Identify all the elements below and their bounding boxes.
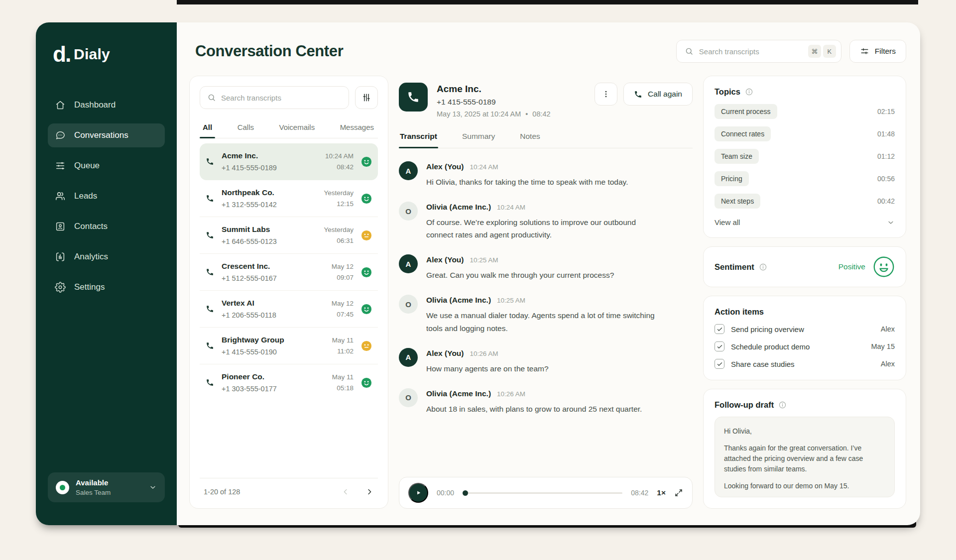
topic-time: 01:12	[877, 152, 895, 160]
play-button[interactable]	[408, 483, 428, 503]
conversation-rows: Acme Inc. +1 415-555-0189 10:24 AM 08:42…	[200, 143, 378, 478]
global-search-input[interactable]	[699, 47, 803, 56]
row-date: Yesterday	[324, 226, 354, 233]
avatar: O	[399, 295, 418, 314]
tab-voicemails[interactable]: Voicemails	[276, 119, 318, 138]
conversation-row[interactable]: Pioneer Co. +1 303-555-0177 May 11 05:18	[200, 364, 378, 401]
followup-draft-card: Follow-up draft Hi Olivia, Thanks again …	[703, 389, 906, 509]
phone-icon	[206, 194, 214, 203]
info-icon[interactable]	[745, 88, 753, 96]
pagination-prev-button[interactable]	[341, 487, 350, 496]
action-label: Send pricing overview	[731, 325, 804, 334]
conversation-row[interactable]: Crescent Inc. +1 512-555-0167 May 12 09:…	[200, 254, 378, 291]
tab-calls[interactable]: Calls	[235, 119, 257, 138]
row-date: May 11	[332, 373, 354, 381]
phone-icon	[634, 90, 642, 99]
transcript-search-input[interactable]	[221, 94, 342, 102]
filter-sliders-icon	[860, 47, 869, 56]
phone-icon	[206, 231, 214, 239]
conversation-row[interactable]: Northpeak Co. +1 312-555-0142 Yesterday …	[200, 180, 378, 217]
transcript-message: O Olivia (Acme Inc.) 10:24 AM Of course.…	[399, 202, 693, 241]
player-progress-track[interactable]	[463, 492, 622, 494]
sidebar-item-label: Dashboard	[74, 100, 116, 110]
expand-icon[interactable]	[674, 488, 683, 497]
checkbox-checked[interactable]	[715, 324, 724, 334]
info-icon[interactable]	[778, 401, 787, 409]
sentiment-positive-icon	[361, 377, 372, 388]
topic-chip[interactable]: Connect rates	[715, 126, 771, 141]
tab-messages[interactable]: Messages	[337, 119, 377, 138]
transcript-message: O Olivia (Acme Inc.) 10:26 AM About 18 i…	[399, 388, 693, 415]
sentiment-positive-icon	[361, 193, 372, 204]
checkbox-checked[interactable]	[715, 341, 724, 351]
conversation-row[interactable]: Summit Labs +1 646-555-0123 Yesterday 06…	[200, 217, 378, 254]
people-icon	[55, 191, 66, 202]
conversation-row[interactable]: Brightway Group +1 415-555-0190 May 11 1…	[200, 328, 378, 364]
list-filter-button[interactable]	[355, 86, 378, 109]
status-state: Available	[76, 478, 111, 487]
sidebar-item-conversations[interactable]: Conversations	[48, 123, 165, 147]
kebab-icon	[601, 90, 610, 99]
row-phone-number: +1 206-555-0118	[222, 311, 324, 319]
row-date: Yesterday	[324, 189, 354, 197]
more-options-button[interactable]	[595, 83, 617, 106]
call-again-button[interactable]: Call again	[623, 83, 693, 106]
draft-email-body[interactable]: Hi Olivia, Thanks again for the great co…	[715, 417, 895, 497]
topic-time: 02:15	[877, 108, 895, 115]
sidebar-item-leads[interactable]: Leads	[48, 184, 165, 208]
call-company: Acme Inc.	[437, 84, 586, 95]
topic-chip[interactable]: Pricing	[715, 171, 749, 186]
transcript-message: O Olivia (Acme Inc.) 10:25 AM We use a m…	[399, 295, 693, 334]
topic-row: Next steps 00:42	[715, 194, 895, 209]
tab-transcript[interactable]: Transcript	[399, 132, 438, 148]
action-assignee: Alex	[881, 360, 895, 368]
row-phone-number: +1 415-555-0189	[222, 164, 318, 172]
conversation-row[interactable]: Acme Inc. +1 415-555-0189 10:24 AM 08:42	[200, 143, 378, 180]
global-search[interactable]: ⌘ K	[676, 40, 841, 63]
sidebar-item-queue[interactable]: Queue	[48, 154, 165, 178]
phone-icon	[206, 157, 214, 166]
tab-notes[interactable]: Notes	[519, 132, 541, 148]
playback-speed-button[interactable]: 1×	[657, 488, 666, 497]
call-phone-tile-icon	[399, 83, 428, 112]
row-company: Northpeak Co.	[222, 188, 316, 197]
sidebar-item-analytics[interactable]: Analytics	[48, 245, 165, 269]
checkbox-checked[interactable]	[715, 359, 724, 369]
conversation-row[interactable]: Vertex AI +1 206-555-0118 May 12 07:45	[200, 291, 378, 328]
topic-chip[interactable]: Next steps	[715, 194, 760, 209]
info-icon[interactable]	[759, 263, 767, 271]
row-duration: 09:07	[332, 274, 354, 281]
transcript-search[interactable]	[200, 86, 349, 109]
call-tabs: Transcript Summary Notes	[399, 132, 693, 148]
message-speaker: Alex (You)	[426, 255, 464, 264]
player-current-time: 00:00	[437, 489, 454, 497]
sentiment-positive-icon	[361, 267, 372, 278]
action-item: Share case studies Alex	[715, 359, 895, 369]
content-area: All Calls Voicemails Messages Acme Inc. …	[177, 76, 920, 525]
view-all-topics[interactable]: View all	[715, 218, 895, 226]
tab-summary[interactable]: Summary	[461, 132, 496, 148]
bar-chart-icon	[55, 251, 66, 262]
sidebar-item-contacts[interactable]: Contacts	[48, 215, 165, 238]
sidebar-item-label: Queue	[74, 161, 100, 171]
avatar: A	[399, 161, 418, 180]
topic-chip[interactable]: Team size	[715, 149, 759, 164]
player-progress-knob[interactable]	[463, 490, 468, 496]
sidebar-item-settings[interactable]: Settings	[48, 275, 165, 299]
agent-status-selector[interactable]: Available Sales Team	[48, 472, 165, 502]
message-time: 10:24 AM	[470, 163, 498, 171]
sidebar-item-dashboard[interactable]: Dashboard	[48, 93, 165, 117]
tab-all[interactable]: All	[200, 119, 215, 138]
message-time: 10:24 AM	[497, 204, 525, 211]
topic-chip[interactable]: Current process	[715, 104, 777, 119]
kbd-cmd: ⌘	[808, 45, 821, 58]
row-duration: 08:42	[325, 163, 354, 171]
topic-time: 00:56	[877, 175, 895, 183]
filters-button[interactable]: Filters	[849, 40, 906, 63]
sliders-icon	[361, 93, 371, 103]
pagination-next-button[interactable]	[365, 487, 374, 496]
logo-name: Dialy	[74, 46, 110, 63]
message-text: How many agents are on the team?	[426, 362, 549, 375]
sidebar-nav: Dashboard Conversations Queue Leads	[48, 93, 165, 299]
avatar: A	[399, 254, 418, 273]
